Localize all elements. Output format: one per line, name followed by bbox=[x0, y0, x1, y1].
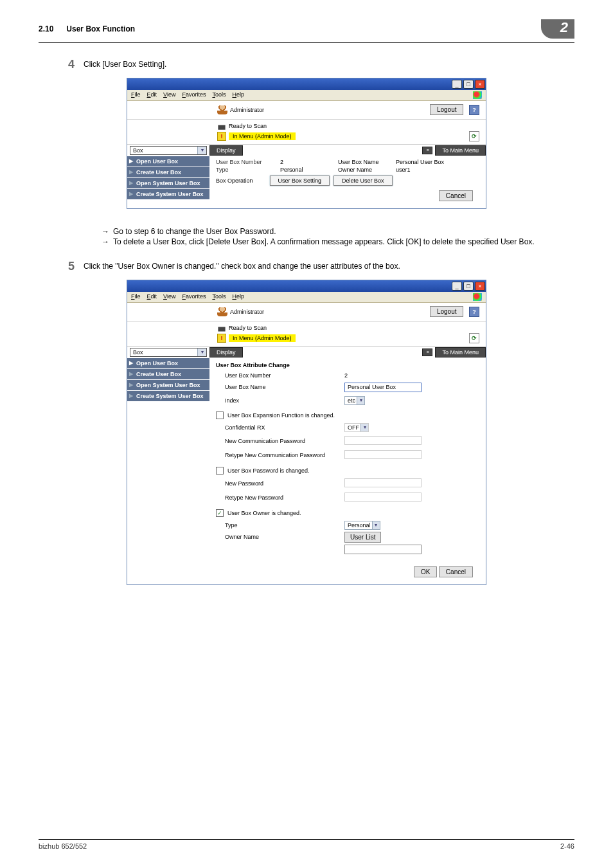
box-select[interactable]: Box ▾ bbox=[130, 348, 207, 357]
screenshot-window-1: _ □ × File Edit View Favorites Tools Hel… bbox=[127, 78, 486, 209]
value-ubname: Personal User Box bbox=[396, 159, 479, 165]
label-ubname: User Box Name bbox=[216, 384, 344, 390]
sidebar-nav: Open User Box ▶Create User Box ▶Open Sys… bbox=[127, 358, 209, 584]
expansion-label: User Box Expansion Function is changed. bbox=[227, 412, 335, 419]
display-button[interactable]: Display bbox=[209, 347, 243, 357]
maximize-icon[interactable]: □ bbox=[463, 80, 474, 89]
refresh-icon[interactable]: ⟳ bbox=[469, 131, 479, 141]
type-select[interactable]: Personal▾ bbox=[344, 521, 380, 530]
menu-favorites[interactable]: Favorites bbox=[182, 91, 206, 99]
chevron-down-icon: ▾ bbox=[372, 521, 380, 529]
footer-left: bizhub 652/552 bbox=[39, 842, 87, 850]
minimize-icon[interactable]: _ bbox=[452, 80, 462, 89]
sidebar-item-open-system-user-box[interactable]: ▶Open System User Box bbox=[127, 380, 209, 391]
delete-user-box-button[interactable]: Delete User Box bbox=[333, 176, 393, 186]
sidebar-item-create-user-box[interactable]: ▶Create User Box bbox=[127, 167, 209, 178]
status-ready: Ready to Scan bbox=[229, 123, 267, 129]
label-new-pwd: New Password bbox=[216, 480, 344, 487]
sidebar-item-create-system-user-box[interactable]: ▶Create System User Box bbox=[127, 391, 209, 402]
menu-edit[interactable]: Edit bbox=[147, 293, 157, 301]
step-text: Click [User Box Setting]. bbox=[84, 59, 574, 71]
value-owner: user1 bbox=[396, 167, 479, 173]
arrow-icon: → bbox=[102, 237, 113, 246]
menu-help[interactable]: Help bbox=[232, 91, 244, 99]
sidebar-item-create-system-user-box[interactable]: ▶Create System User Box bbox=[127, 189, 209, 200]
box-select-value: Box bbox=[133, 349, 143, 356]
printer-icon bbox=[217, 122, 226, 130]
sidebar-item-label: Create System User Box bbox=[136, 191, 204, 197]
cancel-button[interactable]: Cancel bbox=[439, 190, 473, 201]
owner-changed-checkbox[interactable]: ✓ bbox=[216, 509, 224, 517]
sidebar-item-label: Create User Box bbox=[136, 169, 181, 176]
password-changed-label: User Box Password is changed. bbox=[227, 467, 310, 474]
label-type: Type bbox=[216, 167, 274, 173]
type-select-value: Personal bbox=[348, 522, 371, 529]
expansion-checkbox[interactable] bbox=[216, 411, 224, 419]
menu-file[interactable]: File bbox=[131, 293, 141, 301]
printer-icon bbox=[217, 324, 226, 332]
menu-view[interactable]: View bbox=[163, 293, 175, 301]
new-comm-password-input bbox=[344, 436, 422, 445]
arrow-icon: → bbox=[102, 227, 113, 236]
menu-help[interactable]: Help bbox=[232, 293, 244, 301]
sidebar-item-open-user-box[interactable]: Open User Box bbox=[127, 358, 209, 369]
ok-button[interactable]: OK bbox=[414, 566, 437, 577]
retype-comm-password-input bbox=[344, 450, 422, 459]
help-icon[interactable]: ? bbox=[469, 307, 479, 317]
cancel-button[interactable]: Cancel bbox=[439, 566, 473, 577]
label-owner: Owner Name bbox=[338, 167, 389, 173]
minimize-icon[interactable]: _ bbox=[452, 282, 462, 291]
maximize-icon[interactable]: □ bbox=[463, 282, 474, 291]
logout-button[interactable]: Logout bbox=[430, 306, 464, 317]
chevron-down-icon: ▾ bbox=[197, 348, 206, 356]
menu-file[interactable]: File bbox=[131, 91, 141, 99]
box-select-value: Box bbox=[133, 147, 143, 154]
label-retype-comm-pwd: Retype New Communication Password bbox=[216, 452, 344, 458]
logout-button[interactable]: Logout bbox=[430, 104, 464, 115]
sidebar-item-label: Create System User Box bbox=[136, 393, 204, 399]
confidential-rx-value: OFF bbox=[348, 424, 359, 431]
menu-edit[interactable]: Edit bbox=[147, 91, 157, 99]
sidebar-item-create-user-box[interactable]: ▶Create User Box bbox=[127, 369, 209, 380]
close-icon[interactable]: × bbox=[475, 80, 485, 89]
user-list-button[interactable]: User List bbox=[344, 532, 381, 543]
browser-menubar: File Edit View Favorites Tools Help bbox=[127, 90, 486, 101]
label-type: Type bbox=[216, 522, 344, 529]
content-area: User Box Attribute Change User Box Numbe… bbox=[209, 358, 486, 584]
chevron-down-icon: ▾ bbox=[197, 147, 206, 154]
administrator-icon bbox=[217, 307, 227, 316]
menu-favorites[interactable]: Favorites bbox=[182, 293, 206, 301]
password-changed-checkbox[interactable] bbox=[216, 467, 224, 475]
step-text: Click the "User Box Owner is changed." c… bbox=[84, 260, 574, 273]
administrator-label: Administrator bbox=[230, 309, 264, 315]
main-menu-icon: ≡ bbox=[422, 147, 432, 154]
index-select[interactable]: etc▾ bbox=[344, 396, 365, 405]
menu-tools[interactable]: Tools bbox=[212, 91, 226, 99]
refresh-icon[interactable]: ⟳ bbox=[469, 333, 479, 343]
sidebar-item-open-system-user-box[interactable]: ▶Open System User Box bbox=[127, 178, 209, 189]
warning-icon: ! bbox=[217, 132, 226, 141]
close-icon[interactable]: × bbox=[475, 282, 485, 291]
header-rule bbox=[39, 42, 574, 43]
help-icon[interactable]: ? bbox=[469, 105, 479, 115]
display-button[interactable]: Display bbox=[209, 145, 243, 156]
label-box-operation: Box Operation bbox=[216, 177, 253, 184]
administrator-label: Administrator bbox=[230, 107, 264, 113]
ie-logo-icon bbox=[473, 91, 482, 99]
retype-password-input bbox=[344, 493, 422, 502]
label-ubn: User Box Number bbox=[216, 159, 274, 165]
sidebar-item-open-user-box[interactable]: Open User Box bbox=[127, 156, 209, 167]
menu-tools[interactable]: Tools bbox=[212, 293, 226, 301]
user-box-name-input[interactable]: Personal User Box bbox=[344, 383, 422, 392]
step-number: 4 bbox=[39, 59, 84, 71]
owner-changed-label: User Box Owner is changed. bbox=[227, 510, 301, 516]
owner-name-input[interactable] bbox=[344, 545, 422, 554]
box-select[interactable]: Box ▾ bbox=[130, 146, 207, 155]
to-main-menu-button[interactable]: To Main Menu bbox=[435, 145, 486, 156]
to-main-menu-button[interactable]: To Main Menu bbox=[435, 347, 486, 357]
header-chapter: 2 bbox=[541, 19, 574, 39]
user-box-setting-button[interactable]: User Box Setting bbox=[270, 176, 330, 186]
menu-view[interactable]: View bbox=[163, 91, 175, 99]
chevron-down-icon: ▾ bbox=[360, 424, 368, 431]
confidential-rx-select: OFF▾ bbox=[344, 423, 369, 432]
